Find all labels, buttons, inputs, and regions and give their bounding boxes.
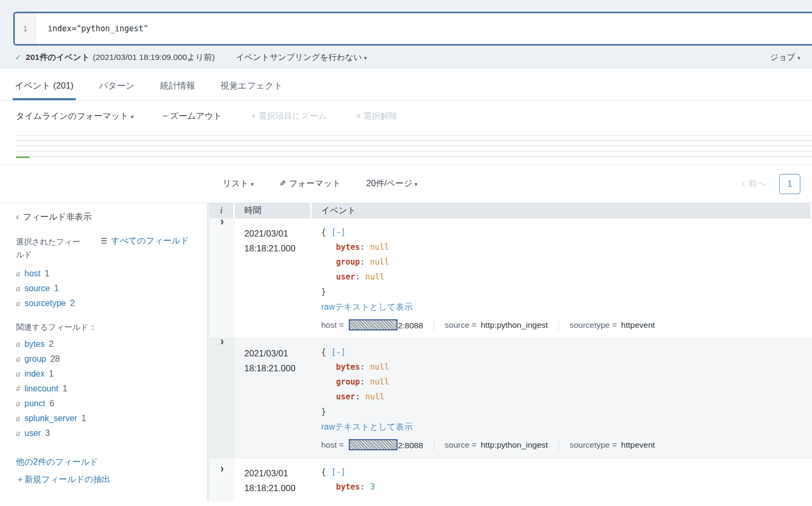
event-timeline-chart[interactable] (11, 132, 812, 164)
field-count: 2 (70, 299, 75, 308)
field-type-badge: a (16, 339, 20, 348)
json-value: null (370, 377, 389, 387)
collapse-json-link[interactable]: [-] (331, 228, 346, 237)
host-value[interactable]: 2:8088 (348, 439, 423, 450)
event-count: 201件のイベント (26, 52, 90, 63)
pencil-icon: ✎ (279, 179, 286, 188)
json-value: null (365, 272, 384, 282)
sourcetype-label: sourcetype = (570, 440, 617, 450)
field-count: 1 (49, 369, 54, 378)
json-key: group (336, 377, 360, 387)
search-line-number: 1 (15, 13, 36, 44)
zoom-out-button[interactable]: − ズームアウト (163, 111, 222, 122)
prev-page-button: ‹前へ (742, 178, 765, 189)
tab-patterns[interactable]: パターン (99, 80, 135, 100)
zoom-to-selection-button: + 選択項目にズーム (251, 111, 327, 122)
format-button[interactable]: ✎フォーマット (279, 178, 341, 189)
expand-event-icon[interactable]: › (220, 463, 224, 502)
tab-visualization[interactable]: 視覚エフェクト (220, 80, 283, 100)
close-icon: × (356, 111, 361, 120)
timeline-controls: タイムラインのフォーマット▾ − ズームアウト + 選択項目にズーム × 選択解… (0, 101, 812, 132)
paginator: ‹前へ 1 (742, 174, 800, 194)
field-link-sourcetype[interactable]: sourcetype (24, 299, 66, 308)
chevron-left-icon: ‹ (16, 212, 19, 221)
show-as-raw-text-link[interactable]: rawテキストとして表示 (321, 299, 812, 315)
collapse-json-link[interactable]: [-] (331, 467, 346, 477)
json-value: null (365, 392, 384, 402)
fields-sidebar: ‹フィールド非表示 選択されたフィールド ☰すべてのフィールド ahost1 a… (0, 203, 209, 502)
show-as-raw-text-link[interactable]: rawテキストとして表示 (321, 419, 812, 435)
field-type-badge: # (16, 384, 20, 393)
chevron-left-icon: ‹ (742, 179, 745, 188)
field-link-host[interactable]: host (24, 269, 40, 278)
top-bar: 1 index="python_ingest" ✓ 201件のイベント (202… (0, 0, 812, 69)
field-count: 1 (45, 269, 49, 278)
field-count: 3 (45, 429, 50, 438)
field-link-user[interactable]: user (24, 429, 41, 438)
event-timestamp: 2021/03/0118:18:21.000 (235, 338, 312, 458)
json-key: bytes (336, 242, 360, 252)
caret-down-icon: ▾ (797, 55, 800, 61)
source-value[interactable]: http:python_ingest (481, 320, 548, 330)
extract-new-fields-link[interactable]: ＋新規フィールドの抽出 (16, 474, 196, 485)
selected-fields-heading: 選択されたフィールド (16, 235, 86, 261)
json-value: null (370, 362, 389, 372)
field-type-badge: a (16, 399, 20, 408)
field-item-bytes: abytes2 (16, 337, 196, 352)
more-fields-link[interactable]: 他の2件のフィールド (16, 457, 196, 468)
field-link-punct[interactable]: punct (24, 399, 45, 408)
search-time-range: (2021/03/01 18:19:09.000より前) (93, 52, 215, 63)
tab-events[interactable]: イベント (201) (15, 80, 74, 100)
field-item-user: auser3 (16, 426, 196, 441)
caret-down-icon: ▾ (364, 55, 367, 61)
field-link-source[interactable]: source (24, 284, 50, 293)
events-table-header: i 時間 イベント (209, 203, 812, 218)
minus-icon: − (163, 111, 167, 120)
field-type-badge: a (16, 414, 20, 423)
caret-down-icon: ▾ (414, 181, 418, 187)
column-header-time: 時間 (235, 203, 312, 218)
event-json: {[-] bytes:null group:null user:null } (321, 345, 812, 419)
field-link-group[interactable]: group (24, 354, 46, 363)
results-main: ‹フィールド非表示 選択されたフィールド ☰すべてのフィールド ahost1 a… (0, 203, 812, 502)
host-label: host = (321, 320, 344, 330)
caret-down-icon: ▾ (251, 181, 254, 187)
event-timestamp: 2021/03/0118:18:21.000 (235, 219, 312, 338)
results-tab-bar: イベント (201) パターン 統計情報 視覚エフェクト (0, 69, 812, 101)
field-link-linecount[interactable]: linecount (24, 384, 58, 393)
source-value[interactable]: http:python_ingest (481, 440, 548, 450)
expand-event-icon[interactable]: › (220, 336, 224, 469)
event-sampling-dropdown[interactable]: イベントサンプリングを行わない▾ (236, 52, 367, 63)
field-link-index[interactable]: index (24, 369, 45, 378)
timeline-event-bar[interactable] (16, 156, 30, 158)
field-link-splunk-server[interactable]: splunk_server (24, 414, 77, 423)
json-value: null (370, 257, 389, 267)
job-menu-dropdown[interactable]: ジョブ▾ (770, 52, 800, 63)
all-fields-link[interactable]: ☰すべてのフィールド (101, 235, 189, 261)
plus-icon: + (251, 111, 256, 120)
sourcetype-value[interactable]: httpevent (621, 440, 655, 450)
host-value[interactable]: 2:8088 (348, 319, 423, 330)
list-icon: ☰ (101, 237, 108, 245)
search-input[interactable]: index="python_ingest" (36, 13, 812, 44)
tab-statistics[interactable]: 統計情報 (160, 80, 195, 100)
field-type-badge: a (16, 299, 20, 308)
collapse-json-link[interactable]: [-] (331, 347, 346, 357)
source-label: source = (445, 320, 476, 330)
view-mode-dropdown[interactable]: リスト▾ (223, 178, 254, 189)
field-item-group: agroup28 (16, 352, 196, 367)
event-meta: host =2:8088 source =http:python_ingest … (321, 319, 812, 330)
field-link-bytes[interactable]: bytes (24, 339, 45, 348)
deselect-button: × 選択解除 (356, 111, 398, 122)
field-count: 1 (63, 384, 67, 393)
page-1-button[interactable]: 1 (779, 174, 800, 194)
sourcetype-value[interactable]: httpevent (621, 320, 655, 330)
search-bar[interactable]: 1 index="python_ingest" (13, 12, 812, 46)
expand-event-icon[interactable]: › (220, 216, 224, 349)
host-label: host = (321, 440, 344, 450)
per-page-dropdown[interactable]: 20件/ページ▾ (366, 178, 418, 189)
hide-fields-link[interactable]: ‹フィールド非表示 (16, 212, 92, 223)
timeline-format-dropdown[interactable]: タイムラインのフォーマット▾ (16, 111, 134, 122)
field-count: 6 (49, 399, 54, 408)
results-toolbar: リスト▾ ✎フォーマット 20件/ページ▾ ‹前へ 1 (0, 164, 812, 203)
